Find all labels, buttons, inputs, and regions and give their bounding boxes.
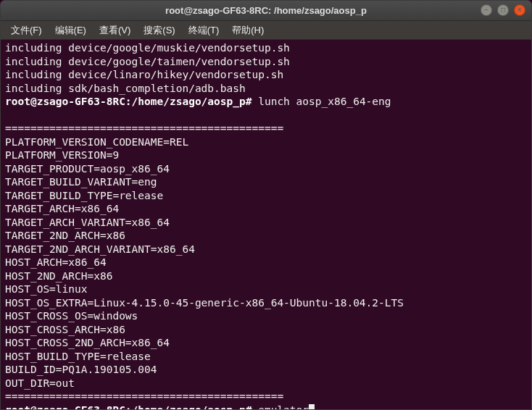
build-var: TARGET_ARCH=x86_64 — [5, 203, 119, 214]
output-line: including device/google/taimen/vendorset… — [5, 56, 290, 67]
build-var: TARGET_2ND_ARCH_VARIANT=x86_64 — [5, 243, 195, 255]
window-title: root@zsago-GF63-8RC: /home/zsago/aosp_p — [165, 5, 367, 16]
window-controls: − □ × — [481, 4, 525, 16]
command: lunch aosp_x86_64-eng — [258, 96, 391, 107]
terminal-area[interactable]: including device/google/muskie/vendorset… — [1, 40, 531, 409]
separator: ========================================… — [5, 122, 283, 134]
build-var: HOST_CROSS_ARCH=x86 — [5, 324, 125, 335]
terminal-window: root@zsago-GF63-8RC: /home/zsago/aosp_p … — [0, 0, 532, 410]
menu-help[interactable]: 帮助(H) — [226, 22, 270, 38]
build-var: HOST_OS=linux — [5, 283, 88, 295]
build-var: HOST_OS_EXTRA=Linux-4.15.0-45-generic-x8… — [5, 297, 404, 309]
build-var: TARGET_2ND_ARCH=x86 — [5, 230, 125, 241]
build-var: OUT_DIR=out — [5, 377, 75, 389]
menu-edit[interactable]: 编辑(E) — [49, 22, 92, 38]
build-var: PLATFORM_VERSION_CODENAME=REL — [5, 136, 188, 148]
menu-search[interactable]: 搜索(S) — [138, 22, 180, 38]
prompt: root@zsago-GF63-8RC:/home/zsago/aosp_p# — [5, 96, 252, 107]
menu-view[interactable]: 查看(V) — [93, 22, 136, 38]
close-button[interactable]: × — [514, 4, 525, 16]
menu-terminal[interactable]: 终端(T) — [183, 22, 225, 38]
build-var: HOST_2ND_ARCH=x86 — [5, 270, 112, 282]
output-line: including sdk/bash_completion/adb.bash — [5, 83, 246, 94]
build-var: HOST_CROSS_OS=windows — [5, 310, 138, 322]
build-var: BUILD_ID=PQ1A.190105.004 — [5, 364, 157, 375]
separator: ========================================… — [5, 390, 283, 402]
cursor — [309, 404, 315, 410]
titlebar: root@zsago-GF63-8RC: /home/zsago/aosp_p … — [1, 1, 531, 21]
menubar: 文件(F) 编辑(E) 查看(V) 搜索(S) 终端(T) 帮助(H) — [1, 21, 531, 40]
minimize-button[interactable]: − — [481, 4, 492, 16]
command: emulator — [258, 404, 309, 410]
build-var: TARGET_ARCH_VARIANT=x86_64 — [5, 217, 170, 228]
build-var: PLATFORM_VERSION=9 — [5, 149, 119, 161]
menu-file[interactable]: 文件(F) — [5, 22, 48, 38]
build-var: TARGET_BUILD_VARIANT=eng — [5, 176, 157, 188]
build-var: HOST_ARCH=x86_64 — [5, 256, 107, 268]
maximize-button[interactable]: □ — [497, 4, 509, 16]
build-var: HOST_CROSS_2ND_ARCH=x86_64 — [5, 337, 170, 348]
build-var: TARGET_BUILD_TYPE=release — [5, 190, 163, 201]
output-line: including device/linaro/hikey/vendorsetu… — [5, 69, 283, 80]
build-var: TARGET_PRODUCT=aosp_x86_64 — [5, 163, 170, 175]
output-line: including device/google/muskie/vendorset… — [5, 42, 290, 54]
prompt: root@zsago-GF63-8RC:/home/zsago/aosp_p# — [5, 404, 252, 410]
build-var: HOST_BUILD_TYPE=release — [5, 351, 151, 362]
